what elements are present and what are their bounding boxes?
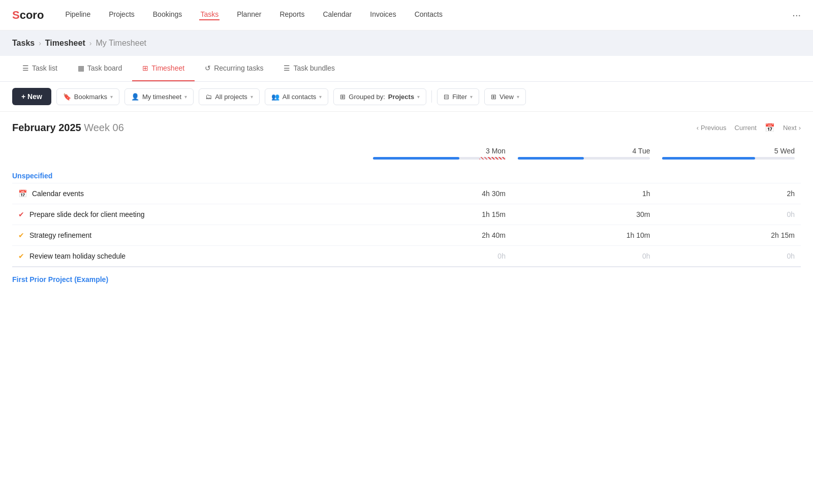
week-month: February 2025 — [12, 122, 81, 133]
tab-task-board[interactable]: ▦ Task board — [68, 56, 132, 81]
next-week-button[interactable]: Next › — [783, 124, 801, 132]
col-header-mon: 3 Mon — [367, 144, 512, 165]
breadcrumb-timesheet[interactable]: Timesheet — [45, 39, 85, 48]
tue-bar-track — [518, 157, 650, 160]
wed-bar-filled — [662, 157, 755, 160]
group-icon: ⊞ — [340, 93, 346, 101]
tab-timesheet[interactable]: ⊞ Timesheet — [132, 56, 195, 81]
grouped-by-dropdown[interactable]: ⊞ Grouped by: Projects ▾ — [333, 88, 426, 105]
tab-task-bundles[interactable]: ☰ Task bundles — [273, 56, 345, 81]
tab-recurring-tasks[interactable]: ↺ Recurring tasks — [195, 56, 273, 81]
task-slide-deck-name[interactable]: Prepare slide deck for client meeting — [29, 210, 144, 218]
nav-more-button[interactable]: ··· — [792, 9, 801, 21]
slide-deck-wed[interactable]: 0h — [656, 204, 801, 225]
my-timesheet-label: My timesheet — [142, 93, 181, 101]
col-header-wed: 5 Wed — [656, 144, 801, 165]
logo-text-rest: coro — [20, 9, 44, 21]
grouped-by-value: Projects — [388, 93, 414, 101]
cal-events-mon[interactable]: 4h 30m — [367, 183, 512, 204]
new-button[interactable]: + New — [12, 88, 51, 105]
tab-task-board-label: Task board — [87, 64, 122, 72]
tue-label: 4 Tue — [518, 147, 650, 155]
breadcrumb-sep-2: › — [89, 39, 92, 47]
grouped-by-caret: ▾ — [417, 94, 420, 100]
tab-task-list[interactable]: ☰ Task list — [12, 56, 68, 81]
holiday-tue[interactable]: 0h — [512, 246, 656, 267]
all-projects-label: All projects — [215, 93, 247, 101]
timesheet-icon: ⊞ — [142, 64, 148, 72]
nav-projects[interactable]: Projects — [108, 10, 136, 20]
nav-pipeline[interactable]: Pipeline — [64, 10, 91, 20]
task-list-icon: ☰ — [22, 64, 29, 72]
content-area: February 2025 Week 06 ‹ Previous Current… — [0, 112, 813, 297]
bookmarks-dropdown[interactable]: 🔖 Bookmarks ▾ — [56, 88, 119, 105]
section-unspecified-label[interactable]: Unspecified — [12, 165, 801, 183]
task-slide-deck-cell: ✔ Prepare slide deck for client meeting — [12, 204, 367, 225]
nav-calendar[interactable]: Calendar — [322, 10, 353, 20]
next-chevron-icon: › — [799, 124, 801, 132]
calendar-picker-icon[interactable]: 📅 — [765, 123, 775, 133]
project-section-label[interactable]: First Prior Project (Example) — [12, 267, 801, 287]
filter-label: Filter — [452, 93, 467, 101]
view-icon: ⊞ — [491, 93, 496, 101]
strategy-mon[interactable]: 2h 40m — [367, 225, 512, 246]
task-bundles-icon: ☰ — [284, 64, 290, 72]
filter-dropdown[interactable]: ⊟ Filter ▾ — [437, 88, 479, 105]
tabs-bar: ☰ Task list ▦ Task board ⊞ Timesheet ↺ R… — [0, 56, 813, 82]
tab-timesheet-label: Timesheet — [151, 64, 184, 72]
task-name-wrapper: ✔ Prepare slide deck for client meeting — [18, 210, 361, 218]
all-projects-caret: ▾ — [251, 94, 253, 100]
nav-planner[interactable]: Planner — [236, 10, 262, 20]
next-week-label: Next — [783, 124, 797, 132]
cal-events-wed[interactable]: 2h — [656, 183, 801, 204]
strategy-wed[interactable]: 2h 15m — [656, 225, 801, 246]
nav-tasks[interactable]: Tasks — [199, 10, 220, 20]
task-board-icon: ▦ — [78, 64, 84, 72]
recurring-icon: ↺ — [205, 64, 211, 72]
slide-deck-mon[interactable]: 1h 15m — [367, 204, 512, 225]
task-strategy-name[interactable]: Strategy refinement — [29, 231, 91, 239]
nav-bookings[interactable]: Bookings — [152, 10, 183, 20]
week-header: February 2025 Week 06 ‹ Previous Current… — [12, 122, 801, 134]
task-holiday-cell: ✔ Review team holiday schedule — [12, 246, 367, 267]
holiday-mon[interactable]: 0h — [367, 246, 512, 267]
bookmarks-label: Bookmarks — [74, 93, 107, 101]
tue-bar-filled — [518, 157, 584, 160]
nav-reports[interactable]: Reports — [278, 10, 305, 20]
col-header-task — [12, 144, 367, 165]
breadcrumb: Tasks › Timesheet › My Timesheet — [0, 30, 813, 56]
strategy-tue[interactable]: 1h 10m — [512, 225, 656, 246]
table-row: ✔ Strategy refinement 2h 40m 1h 10m 2h 1… — [12, 225, 801, 246]
top-nav: Scoro Pipeline Projects Bookings Tasks P… — [0, 0, 813, 30]
section-first-prior-project: First Prior Project (Example) — [12, 267, 801, 287]
filter-icon: ⊟ — [444, 93, 449, 101]
holiday-wed[interactable]: 0h — [656, 246, 801, 267]
view-dropdown[interactable]: ⊞ View ▾ — [484, 88, 526, 105]
grouped-by-label: Grouped by: — [349, 93, 385, 101]
breadcrumb-tasks[interactable]: Tasks — [12, 39, 35, 48]
slide-deck-tue[interactable]: 30m — [512, 204, 656, 225]
tab-task-list-label: Task list — [32, 64, 57, 72]
task-name-wrapper: ✔ Strategy refinement — [18, 231, 361, 239]
table-row: ✔ Prepare slide deck for client meeting … — [12, 204, 801, 225]
nav-invoices[interactable]: Invoices — [369, 10, 397, 20]
view-caret: ▾ — [517, 94, 519, 100]
current-week-button[interactable]: Current — [735, 124, 757, 132]
prev-week-button[interactable]: ‹ Previous — [697, 124, 727, 132]
wed-label: 5 Wed — [662, 147, 795, 155]
cal-events-tue[interactable]: 1h — [512, 183, 656, 204]
timesheet-table: 3 Mon 4 Tue 5 Wed — [12, 144, 801, 287]
section-unspecified: Unspecified — [12, 165, 801, 183]
all-contacts-dropdown[interactable]: 👥 All contacts ▾ — [265, 88, 328, 105]
projects-icon: 🗂 — [205, 93, 212, 101]
nav-contacts[interactable]: Contacts — [414, 10, 444, 20]
calendar-event-icon: 📅 — [18, 190, 27, 198]
wed-bar-track — [662, 157, 795, 160]
bookmarks-icon: 🔖 — [63, 93, 71, 101]
my-timesheet-dropdown[interactable]: 👤 My timesheet ▾ — [124, 88, 194, 105]
breadcrumb-sep-1: › — [39, 39, 41, 47]
task-calendar-events-name[interactable]: Calendar events — [32, 190, 84, 198]
prev-week-label: Previous — [701, 124, 727, 132]
all-projects-dropdown[interactable]: 🗂 All projects ▾ — [199, 88, 260, 105]
task-holiday-name[interactable]: Review team holiday schedule — [29, 252, 126, 260]
